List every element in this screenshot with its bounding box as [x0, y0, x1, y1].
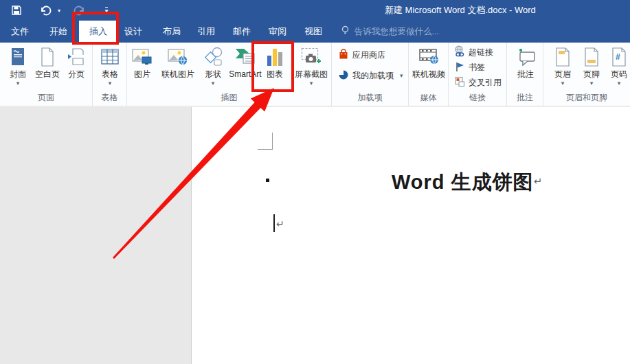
online-video-button[interactable]: 联机视频 — [410, 45, 447, 79]
tab-review[interactable]: 审阅 — [262, 21, 293, 43]
store-button[interactable]: 应用商店 — [338, 49, 385, 62]
dropdown-caret: ▾ — [561, 80, 565, 87]
tell-me-search[interactable]: 告诉我您想要做什么... — [341, 21, 439, 43]
ribbon: 封面 ▾ 空白页 分页 页面 表格 — [0, 43, 630, 106]
group-label-tables: 表格 — [93, 92, 126, 104]
group-header-footer: 页眉 ▾ 页脚 ▾ # 页码 ▾ 页眉和页脚 — [543, 43, 630, 106]
paragraph-mark: ↵ — [276, 218, 284, 229]
customize-qat-icon[interactable]: ▾ — [102, 3, 111, 17]
blank-page-button[interactable]: 空白页 — [33, 45, 62, 79]
document-page[interactable] — [191, 107, 630, 364]
group-label-links: 链接 — [449, 92, 506, 104]
comment-icon — [515, 45, 536, 69]
dropdown-caret: ▾ — [310, 80, 313, 87]
tab-file[interactable]: 文件 — [5, 21, 34, 43]
tab-view[interactable]: 视图 — [297, 21, 329, 43]
smartart-icon — [234, 45, 256, 69]
cover-page-icon — [9, 45, 27, 69]
dropdown-caret: ▾ — [618, 80, 621, 87]
shapes-button[interactable]: 形状 ▾ — [201, 45, 225, 87]
shapes-icon — [203, 45, 223, 69]
margin-crop-mark — [258, 133, 273, 150]
online-pictures-icon — [168, 45, 188, 69]
group-label-illustrations: 插图 — [127, 92, 331, 104]
footer-button[interactable]: 页脚 ▾ — [579, 45, 604, 87]
my-add-ins-button[interactable]: 我的加载项 ▾ — [338, 69, 403, 82]
comment-button[interactable]: 批注 — [511, 45, 540, 79]
header-button[interactable]: 页眉 ▾ — [550, 45, 575, 87]
bookmark-button[interactable]: 书签 — [454, 61, 485, 74]
dropdown-caret: ▾ — [16, 80, 20, 87]
table-icon — [100, 45, 120, 69]
screenshot-icon — [301, 45, 322, 69]
group-links: 超链接 书签 交叉引用 链接 — [449, 43, 507, 106]
window-title: 新建 Microsoft Word 文档.docx - Word — [385, 4, 536, 16]
ribbon-tabs: 文件 开始 插入 设计 布局 引用 邮件 审阅 视图 告诉我您想要做什么... — [0, 21, 630, 43]
text-cursor — [273, 214, 275, 232]
group-label-comments: 批注 — [507, 92, 543, 104]
cross-reference-icon — [454, 76, 465, 89]
redo-icon-disabled — [71, 3, 87, 17]
svg-text:#: # — [616, 52, 620, 62]
group-media: 联机视频 媒体 — [409, 43, 449, 106]
store-icon — [338, 49, 349, 62]
my-add-ins-icon — [338, 69, 349, 82]
page-break-icon — [67, 45, 85, 69]
save-icon[interactable] — [9, 3, 24, 17]
dropdown-caret: ▾ — [109, 80, 112, 87]
lightbulb-icon — [341, 25, 350, 38]
group-illustrations: 图片 联机图片 形状 ▾ SmartArt — [127, 43, 332, 106]
document-heading[interactable]: Word 生成饼图↵ — [392, 169, 542, 196]
footer-icon — [583, 45, 600, 69]
smartart-button[interactable]: SmartArt — [227, 45, 264, 79]
document-canvas: Word 生成饼图↵ ↵ — [0, 107, 630, 364]
tab-home[interactable]: 开始 — [41, 21, 76, 43]
dropdown-caret: ▾ — [400, 73, 403, 79]
group-pages: 封面 ▾ 空白页 分页 页面 — [0, 43, 93, 106]
online-pictures-button[interactable]: 联机图片 — [157, 45, 199, 79]
paragraph-mark: ↵ — [534, 175, 543, 187]
table-button[interactable]: 表格 ▾ — [95, 45, 125, 87]
tab-insert[interactable]: 插入 — [79, 21, 117, 43]
cover-page-button[interactable]: 封面 ▾ — [4, 45, 32, 87]
header-icon — [554, 45, 571, 69]
chart-button[interactable]: 图表 — [260, 45, 290, 79]
group-comments: 批注 批注 — [507, 43, 543, 106]
cross-reference-button[interactable]: 交叉引用 — [454, 76, 502, 89]
undo-icon[interactable] — [38, 3, 54, 17]
tab-references[interactable]: 引用 — [190, 21, 222, 43]
screenshot-button[interactable]: 屏幕截图 ▾ — [291, 45, 331, 87]
page-number-icon: # — [611, 45, 627, 69]
hyperlink-icon — [454, 45, 465, 59]
dropdown-caret: ▾ — [590, 80, 594, 87]
page-number-button[interactable]: # 页码 ▾ — [608, 45, 630, 87]
picture-button[interactable]: 图片 — [129, 45, 155, 79]
page-break-button[interactable]: 分页 — [63, 45, 89, 79]
title-bar: ▾ ▾ 新建 Microsoft Word 文档.docx - Word 文件 … — [0, 0, 630, 43]
chart-icon — [265, 45, 284, 69]
tab-design[interactable]: 设计 — [117, 21, 149, 43]
group-label-pages: 页面 — [0, 92, 92, 104]
undo-dropdown-icon[interactable]: ▾ — [55, 3, 63, 17]
group-label-media: 媒体 — [409, 92, 448, 104]
group-tables: 表格 ▾ 表格 — [93, 43, 127, 106]
group-add-ins: 应用商店 我的加载项 ▾ 加载项 — [332, 43, 409, 106]
bookmark-icon — [454, 61, 465, 74]
word-window: ▾ ▾ 新建 Microsoft Word 文档.docx - Word 文件 … — [0, 0, 630, 364]
picture-icon — [132, 45, 153, 69]
tab-layout[interactable]: 布局 — [156, 21, 188, 43]
tab-mailings[interactable]: 邮件 — [226, 21, 258, 43]
search-placeholder: 告诉我您想要做什么... — [355, 26, 439, 38]
dropdown-caret: ▾ — [212, 80, 215, 87]
list-bullet — [266, 179, 269, 182]
group-label-header-footer: 页眉和页脚 — [543, 92, 630, 104]
blank-page-icon — [39, 45, 56, 69]
hyperlink-button[interactable]: 超链接 — [454, 45, 493, 59]
group-label-add-ins: 加载项 — [332, 92, 408, 104]
online-video-icon — [418, 45, 440, 69]
